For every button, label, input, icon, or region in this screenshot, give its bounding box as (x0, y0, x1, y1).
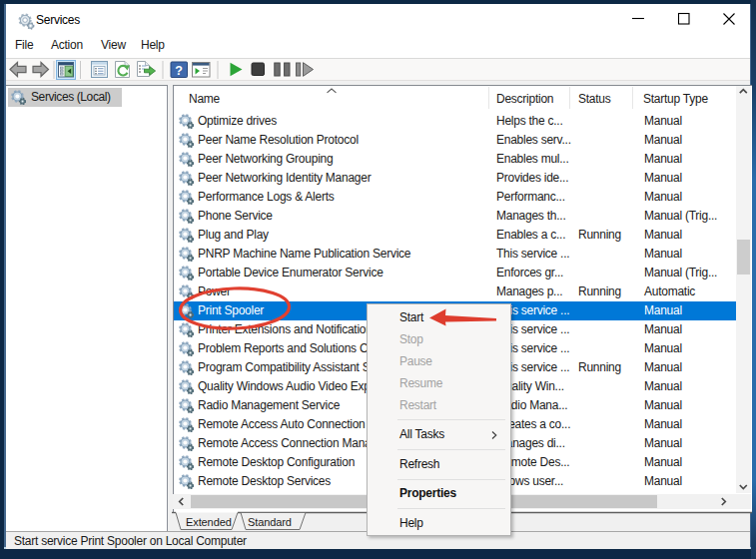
svg-text:?: ? (175, 64, 182, 78)
